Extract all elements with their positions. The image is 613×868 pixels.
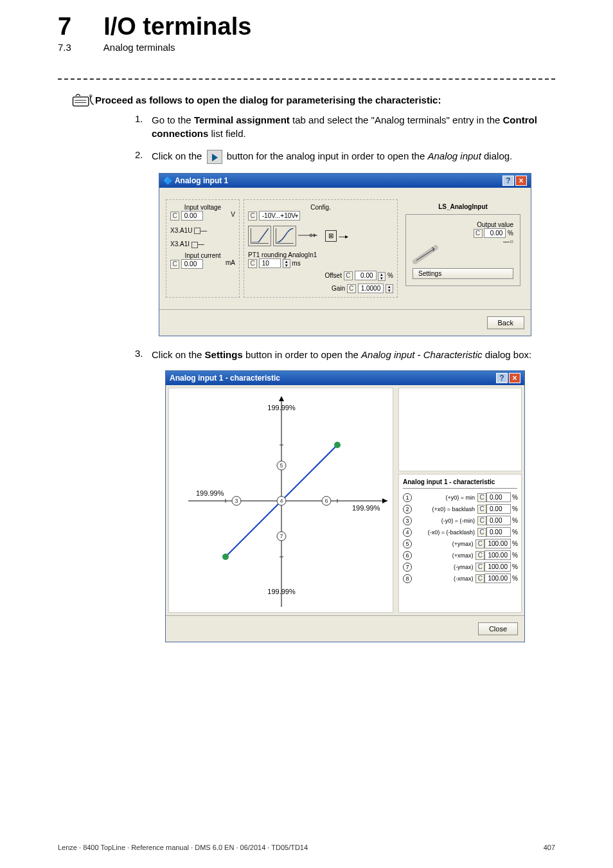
x-right-label: 199.99%: [352, 504, 380, 512]
marker-1: 1: [403, 493, 412, 502]
divider: [58, 78, 555, 80]
x-left-label: 199.99%: [196, 489, 224, 497]
step1-num: 1.: [135, 113, 145, 140]
block-label: LS_AnalogInput: [405, 203, 520, 210]
svg-text:5: 5: [280, 462, 283, 469]
input-voltage-label: Input voltage: [170, 204, 235, 211]
c-button[interactable]: C: [170, 212, 179, 221]
param-value[interactable]: 100.00: [484, 574, 511, 583]
dialog1-title: 🔷 Analog input 1: [163, 176, 228, 185]
config-select[interactable]: -10V...+10V: [259, 211, 300, 221]
dialog1-mid-panel: Config. C -10V...+10V ⊠ —▸ PT1: [244, 199, 398, 298]
c-button[interactable]: C: [477, 505, 486, 514]
pt1-unit: ms: [292, 260, 300, 267]
svg-marker-6: [314, 233, 316, 237]
param-value[interactable]: 0.00: [486, 516, 511, 525]
param-value[interactable]: 100.00: [484, 550, 511, 560]
param-value[interactable]: 100.00: [484, 539, 511, 548]
param-value[interactable]: 0.00: [486, 504, 511, 514]
c-button[interactable]: C: [344, 271, 353, 280]
svg-text:3: 3: [235, 498, 238, 504]
c-button[interactable]: C: [477, 528, 486, 537]
output-value[interactable]: 0.00: [484, 228, 506, 238]
gain-label: Gain: [332, 285, 345, 292]
marker-7: 7: [403, 563, 412, 572]
back-button[interactable]: Back: [487, 316, 524, 329]
dialog1-right-panel: LS_AnalogInput Output value C 0.00 % —○: [402, 199, 524, 298]
c-button[interactable]: C: [475, 551, 484, 560]
step3-num: 3.: [135, 348, 145, 361]
characteristic-dialog: Analog input 1 - characteristic ? ×: [165, 370, 525, 642]
svg-point-14: [222, 554, 229, 560]
c-button[interactable]: C: [248, 212, 257, 221]
procedure-icon: [71, 93, 89, 107]
offset-unit: %: [387, 272, 393, 279]
spinner[interactable]: ▴▾: [386, 284, 393, 293]
marker-6: 6: [403, 551, 412, 560]
instruction-lead: Proceed as follows to open the dialog fo…: [95, 95, 441, 105]
c-button[interactable]: C: [474, 229, 483, 238]
play-icon: [207, 150, 222, 164]
chapter-number: 7: [58, 13, 71, 41]
y-bottom-label: 199.99%: [267, 588, 296, 595]
svg-text:6: 6: [324, 498, 328, 504]
settings-button[interactable]: Settings: [413, 268, 513, 279]
close-icon[interactable]: ×: [515, 176, 527, 186]
gain-value[interactable]: 1.0000: [358, 284, 384, 293]
c-button[interactable]: C: [475, 563, 484, 572]
params-header: Analog input 1 - characteristic: [403, 478, 517, 489]
spinner[interactable]: ▴▾: [378, 272, 386, 281]
dialog2-title: Analog input 1 - characteristic: [170, 374, 280, 383]
params-panel: Analog input 1 - characteristic 1(+y0) =…: [398, 474, 522, 613]
chapter-title: I/O terminals: [103, 13, 251, 41]
svg-marker-9: [382, 498, 387, 503]
preview-panel: [398, 388, 522, 471]
input-current-label: Input current: [170, 252, 235, 259]
param-value[interactable]: 0.00: [486, 527, 511, 537]
x3a1i-label: X3.A1I: [170, 240, 190, 248]
offset-label: Offset: [324, 272, 342, 279]
svg-text:7: 7: [280, 533, 283, 539]
svg-text:4: 4: [280, 498, 283, 504]
step3-text: Click on the Settings button in order to…: [152, 348, 555, 361]
c-button[interactable]: C: [477, 493, 486, 502]
c-button[interactable]: C: [475, 539, 484, 548]
c-button[interactable]: C: [170, 260, 179, 269]
section-title: Analog terminals: [103, 42, 175, 53]
param-value[interactable]: 0.00: [486, 493, 511, 502]
svg-rect-0: [73, 97, 89, 106]
close-button[interactable]: Close: [478, 622, 518, 635]
config-label: Config.: [248, 204, 393, 211]
graph-icon: [273, 226, 296, 246]
y-top-label: 199.99%: [267, 404, 296, 411]
output-label: Output value: [413, 221, 513, 228]
marker-3: 3: [403, 516, 412, 525]
c-button[interactable]: C: [248, 259, 257, 268]
marker-4: 4: [403, 528, 412, 537]
offset-value[interactable]: 0.00: [355, 271, 377, 280]
param-value[interactable]: 100.00: [484, 562, 511, 572]
svg-point-13: [334, 442, 341, 448]
c-button[interactable]: C: [477, 516, 486, 525]
step1-text: Go to the Terminal assignment tab and se…: [152, 113, 555, 140]
x3a1u-label: X3.A1U: [170, 227, 192, 234]
current-value[interactable]: 0.00: [181, 259, 203, 269]
pt1-value[interactable]: 10: [259, 258, 281, 268]
pt1-label: PT1 rounding AnalogIn1: [248, 251, 393, 258]
help-icon[interactable]: ?: [496, 373, 508, 383]
voltage-value[interactable]: 0.00: [181, 211, 203, 221]
step2-num: 2.: [135, 149, 145, 164]
spinner[interactable]: ▴▾: [283, 259, 290, 268]
marker-5: 5: [403, 539, 412, 548]
page-number: 407: [544, 844, 555, 851]
marker-8: 8: [403, 574, 412, 583]
c-button[interactable]: C: [475, 574, 484, 583]
c-button[interactable]: C: [347, 284, 356, 293]
dialog1-left-panel: Input voltage C 0.00 V X3.A1U — X3.A1I —…: [166, 199, 240, 298]
voltage-unit: V: [231, 211, 235, 218]
marker-2: 2: [403, 505, 412, 514]
help-icon[interactable]: ?: [502, 176, 514, 186]
close-icon[interactable]: ×: [509, 373, 520, 383]
svg-marker-11: [279, 396, 284, 401]
step2-text: Click on the button for the analog input…: [152, 149, 555, 164]
